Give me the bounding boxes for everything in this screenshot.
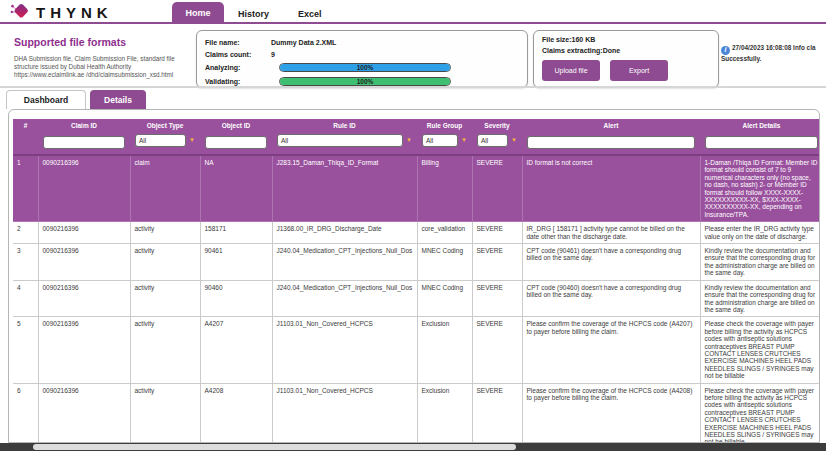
cell-severity: SEVERE [472,222,522,244]
cell-object-type: claim [130,155,200,222]
cell-claim-id: 0090216396 [38,155,130,222]
cell-object-type: activity [130,222,200,244]
cell-rule-group: MNEC Coding [417,244,472,281]
column-header-num[interactable]: # [13,119,38,129]
cell-alert-details: Please check the coverage with payer bef… [700,317,820,383]
table-row[interactable]: 1 0090216396 claim NA J283.15_Daman_Thiq… [13,155,820,222]
table-row[interactable]: 6 0090216396 activity A4208 J1103.01_Non… [13,383,820,443]
column-header-severity[interactable]: Severity [472,119,522,129]
dropdown-arrow-icon [406,137,412,143]
info-notification: 27/04/2023 16:08:08 Info cla Successfull… [721,44,824,63]
cell-num: 3 [13,244,38,281]
rule-id-filter-value: All [277,134,403,147]
table-row[interactable]: 2 0090216396 activity 158171 J1368.00_IR… [13,222,820,244]
column-header-alert[interactable]: Alert [522,119,700,129]
file-info-panel: File name: Dummy Data 2.XML Claims count… [196,30,528,88]
cell-severity: SEVERE [472,383,522,443]
cell-rule-id: J283.15_Daman_Thiqa_ID_Format [272,155,417,222]
file-size-label: File size: [542,36,572,43]
tab-dashboard[interactable]: Dashboard [6,90,86,109]
upload-file-button[interactable]: Upload file [542,60,600,81]
cell-object-type: activity [130,317,200,383]
severity-filter-select[interactable]: All [477,134,517,147]
cell-alert: IR_DRG [ 158171 ] activity type cannot b… [522,222,700,244]
column-header-claim-id[interactable]: Claim ID [38,119,130,129]
nav-tab-home[interactable]: Home [172,2,224,24]
claims-count-value: 9 [271,51,275,58]
column-header-object-id[interactable]: Object ID [200,119,272,129]
export-button[interactable]: Export [610,60,668,81]
cell-num: 1 [13,155,38,222]
cell-alert: CPT code (90460) doesn't have a correspo… [522,280,700,317]
cell-alert: Please confirm the coverage of the HCPCS… [522,383,700,443]
dropdown-arrow-icon [189,137,195,143]
cell-rule-id: J240.04_Medication_CPT_Injections_Null_D… [272,280,417,317]
file-size-value: 160 KB [572,36,596,43]
cell-rule-id: J240.04_Medication_CPT_Injections_Null_D… [272,244,417,281]
brand-logo-icon [10,2,30,22]
column-header-rule-group[interactable]: Rule Group [417,119,472,129]
nav-tab-history[interactable]: History [238,9,269,19]
brand-logo: THYNK [10,2,113,22]
table-row[interactable]: 4 0090216396 activity 90460 J240.04_Medi… [13,280,820,317]
horizontal-scrollbar-thumb[interactable] [33,444,516,450]
rule-group-filter-value: All [422,134,458,147]
analyzing-progress-value: 100% [280,64,450,71]
cell-object-id: 90461 [200,244,272,281]
cell-object-id: A4207 [200,317,272,383]
cell-object-type: activity [130,280,200,317]
object-type-filter-value: All [135,134,186,147]
claims-extracting-value: Done [603,47,621,54]
rule-id-filter-select[interactable]: All [277,134,412,147]
claims-count-label: Claims count: [205,51,271,58]
alert-filter-input[interactable] [527,136,695,149]
table-row[interactable]: 5 0090216396 activity A4207 J1103.01_Non… [13,317,820,383]
cell-claim-id: 0090216396 [38,317,130,383]
cell-severity: SEVERE [472,155,522,222]
column-header-alert-details[interactable]: Alert Details [700,119,820,129]
nav-tab-excel[interactable]: Excel [298,9,322,19]
object-type-filter-select[interactable]: All [135,134,195,147]
cell-object-id: A4208 [200,383,272,443]
tab-details[interactable]: Details [90,90,146,109]
column-header-object-type[interactable]: Object Type [130,119,200,129]
cell-rule-group: Exclusion [417,383,472,443]
rule-group-filter-select[interactable]: All [422,134,467,147]
cell-claim-id: 0090216396 [38,244,130,281]
table-filter-row: All All All [13,129,820,155]
section-divider [0,86,826,88]
cell-alert: Please confirm the coverage of the HCPCS… [522,317,700,383]
cell-object-type: activity [130,383,200,443]
cell-object-id: 158171 [200,222,272,244]
cell-severity: SEVERE [472,317,522,383]
claims-extracting-label: Claims extracting: [542,47,603,54]
cell-alert: CPT code (90461) doesn't have a correspo… [522,244,700,281]
cell-object-id: 90460 [200,280,272,317]
cell-rule-group: core_validation [417,222,472,244]
file-actions-panel: File size:160 KB Claims extracting:Done … [533,30,719,88]
cell-severity: SEVERE [472,244,522,281]
notification-text-line2: Successfully. [721,55,761,62]
cell-alert-details: Please enter the IR_DRG activity type va… [700,222,820,244]
claim-id-filter-input[interactable] [43,136,125,149]
cell-severity: SEVERE [472,280,522,317]
app-window: THYNK Home History Excel Supported file … [0,0,826,451]
cell-alert-details: 1-Daman /Thiqa ID Format: Member ID form… [700,155,820,222]
object-id-filter-input[interactable] [205,136,267,149]
cell-claim-id: 0090216396 [38,222,130,244]
cell-num: 5 [13,317,38,383]
cell-claim-id: 0090216396 [38,383,130,443]
alert-details-filter-input[interactable] [705,136,818,149]
cell-num: 4 [13,280,38,317]
details-table-panel: # Claim ID Object Type Object ID Rule ID… [8,109,820,443]
validating-progress-bar: 100% [279,77,451,86]
cell-claim-id: 0090216396 [38,280,130,317]
dropdown-arrow-icon [511,137,517,143]
file-name-label: File name: [205,39,271,46]
cell-rule-group: Billing [417,155,472,222]
top-bar: THYNK Home History Excel [0,0,826,24]
column-header-rule-id[interactable]: Rule ID [272,119,417,129]
horizontal-scrollbar[interactable] [0,443,826,451]
table-row[interactable]: 3 0090216396 activity 90461 J240.04_Medi… [13,244,820,281]
supported-formats-description: DHA Submission file, Claim Submission Fi… [14,55,188,79]
